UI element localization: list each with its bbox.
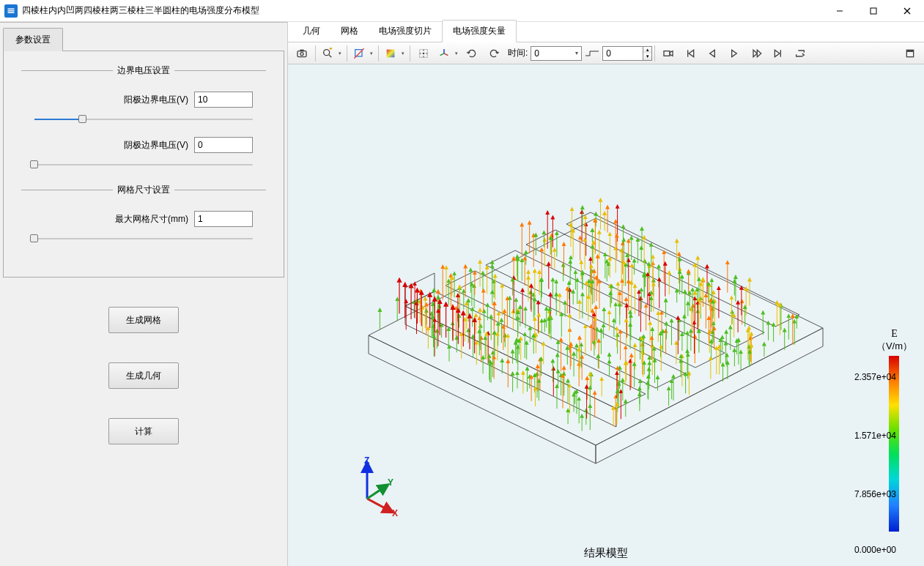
step-forward-icon[interactable] [746,45,766,62]
loop-icon[interactable] [790,45,810,62]
anode-voltage-input[interactable] [194,92,253,108]
max-mesh-slider[interactable] [34,233,253,245]
svg-line-11 [329,55,331,57]
go-first-icon[interactable] [680,45,701,62]
svg-rect-21 [664,51,670,56]
legend-tick-3: 0.000e+00 [854,545,896,555]
svg-line-20 [440,53,444,56]
axes-triad-icon: Z Y X [347,456,405,522]
time-select[interactable]: 0▾ [531,46,582,61]
time-label: 时间: [508,47,528,59]
app-icon [4,4,18,18]
window-titlebar: 四棱柱内内凹两四棱柱两三棱柱三半圆柱的电场强度分布模型 [0,0,924,22]
svg-rect-13 [355,49,362,56]
max-mesh-input[interactable] [194,211,253,227]
svg-rect-2 [8,12,15,13]
viewport-caption: 结果模型 [584,546,628,560]
zoom-icon[interactable]: ✦ [319,45,344,62]
frame-spinner[interactable]: ▲▼ [643,46,652,61]
compute-button[interactable]: 计算 [108,418,179,444]
legend-unit: （V/m） [876,340,912,353]
tab-parameter-settings[interactable]: 参数设置 [3,28,63,51]
frame-input[interactable]: 0 [602,46,643,61]
legend-tick-0: 2.357e+04 [854,372,896,382]
left-panel: 参数设置 边界电压设置 阳极边界电压(V) 阴极边界电压(V) [0,22,287,566]
generate-mesh-button[interactable]: 生成网格 [108,307,179,333]
play-icon[interactable] [724,45,744,62]
result-tabs: 几何 网格 电场强度切片 电场强度矢量 [288,22,924,42]
svg-rect-23 [906,50,913,52]
svg-rect-1 [8,10,15,12]
generate-geometry-button[interactable]: 生成几何 [108,362,179,389]
color-legend: E （V/m） 2.357e+04 1.571e+04 7.856e+03 0.… [876,328,912,532]
legend-tick-2: 7.856e+03 [854,489,896,499]
legend-tick-1: 1.571e+04 [854,431,896,441]
step-function-icon [585,48,599,59]
svg-text:X: X [392,508,398,518]
window-title: 四棱柱内内凹两四棱柱两三棱柱三半圆柱的电场强度分布模型 [22,4,823,17]
viewport-3d[interactable]: Z Y X E （V/m） 2.357e+04 1.571e+04 7.856e… [288,64,924,566]
cathode-voltage-input[interactable] [194,137,253,153]
tab-field-vector[interactable]: 电场强度矢量 [442,20,517,42]
svg-rect-15 [387,49,395,57]
viewport-toolbar: ✦ 时间: 0▾ 0 ▲▼ [288,42,924,64]
svg-line-19 [444,53,448,56]
svg-point-17 [423,52,425,54]
group-mesh-size-title: 网格尺寸设置 [113,184,174,196]
svg-text:Z: Z [364,456,369,466]
legend-title: E [876,328,912,340]
group-boundary-voltage-title: 边界电压设置 [113,64,174,77]
window-maximize-button[interactable] [857,0,890,22]
parameter-panel: 边界电压设置 阳极边界电压(V) 阴极边界电压(V) [3,51,284,278]
max-mesh-label: 最大网格尺寸(mm) [115,213,188,226]
svg-text:✦: ✦ [328,48,333,52]
field-vector-plot [325,94,852,504]
anode-voltage-label: 阳极边界电压(V) [124,94,188,106]
cathode-voltage-label: 阴极边界电压(V) [124,139,188,152]
group-mesh-size: 网格尺寸设置 最大网格尺寸(mm) [21,184,266,255]
anode-voltage-slider[interactable] [34,113,253,125]
svg-line-560 [367,487,385,499]
svg-rect-4 [871,8,876,14]
clip-icon[interactable] [350,45,375,62]
group-boundary-voltage: 边界电压设置 阳极边界电压(V) 阴极边界电压(V) [21,64,266,181]
cathode-voltage-slider[interactable] [34,159,253,171]
svg-text:Y: Y [388,477,393,488]
window-minimize-button[interactable] [823,0,857,22]
svg-line-559 [367,499,389,510]
svg-rect-7 [297,51,306,56]
svg-point-8 [300,52,303,55]
render-mode-icon[interactable] [382,45,407,62]
detach-window-icon[interactable] [900,45,920,62]
record-icon[interactable] [658,45,679,62]
tab-field-slice[interactable]: 电场强度切片 [369,21,442,42]
axes-view-icon[interactable] [435,45,460,62]
fit-view-icon[interactable] [413,45,434,62]
rotate-cw-icon[interactable] [462,45,482,62]
svg-rect-0 [8,8,15,10]
rotate-ccw-icon[interactable] [484,45,504,62]
go-last-icon[interactable] [768,45,788,62]
window-close-button[interactable] [890,0,924,22]
svg-rect-9 [300,49,303,51]
step-back-icon[interactable] [702,45,722,62]
tab-mesh[interactable]: 网格 [330,21,369,42]
tab-geometry[interactable]: 几何 [292,21,330,42]
screenshot-icon[interactable] [292,45,312,62]
